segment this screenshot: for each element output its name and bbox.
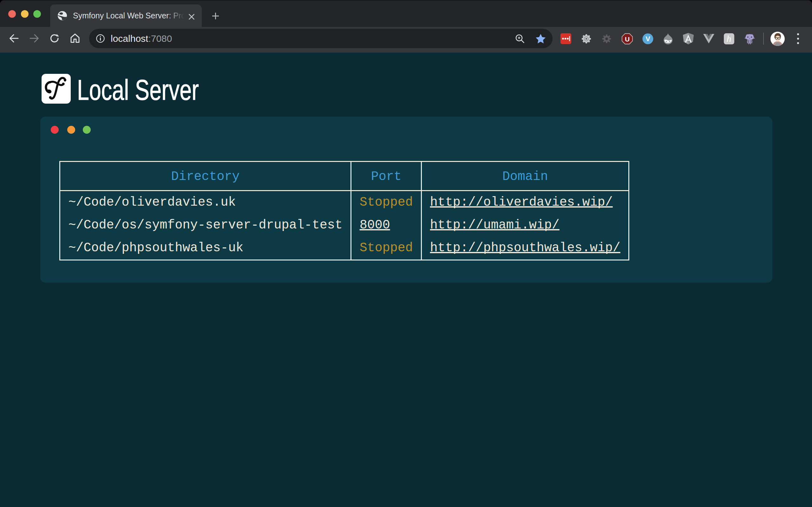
svg-text:U: U	[625, 36, 629, 43]
svg-text:h: h	[727, 33, 731, 44]
svg-text:V: V	[646, 35, 650, 43]
